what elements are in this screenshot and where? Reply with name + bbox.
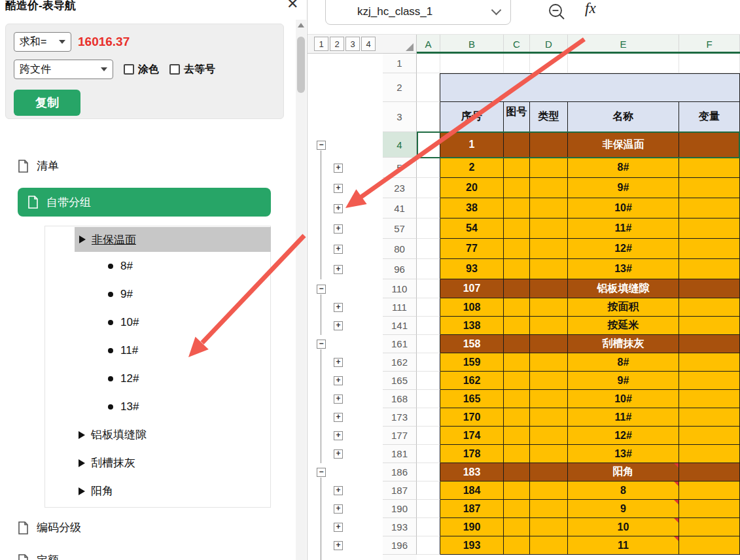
sheet-cell[interactable]: [417, 481, 440, 500]
tree-group-groove-plaster[interactable]: 刮槽抹灰: [45, 449, 270, 477]
cell-D4[interactable]: [530, 132, 568, 158]
cell-B161[interactable]: 158: [440, 335, 504, 353]
cell-C190[interactable]: [504, 500, 530, 518]
cell-F196[interactable]: [679, 536, 740, 555]
cell-E110[interactable]: 铝板填缝隙: [568, 279, 679, 298]
cell-B190[interactable]: 187: [440, 500, 504, 518]
cell-D186[interactable]: [530, 463, 568, 481]
outline-plus-button[interactable]: +: [334, 394, 343, 404]
outline-plus-button[interactable]: +: [334, 265, 343, 274]
cell-F161[interactable]: [679, 335, 740, 353]
row-header-80[interactable]: 80: [383, 239, 417, 259]
column-header-B[interactable]: B: [440, 35, 504, 53]
tree-group-aluminum-seam[interactable]: 铝板填缝隙: [45, 421, 270, 449]
close-icon[interactable]: ✕: [287, 0, 298, 12]
sheet-cell[interactable]: [417, 219, 440, 239]
cell-F181[interactable]: [679, 445, 740, 463]
outline-plus-button[interactable]: +: [334, 224, 343, 234]
cell-B111[interactable]: 108: [440, 298, 504, 317]
cell-F162[interactable]: [679, 353, 740, 372]
tree-group-noninsulated[interactable]: 非保温面: [75, 227, 271, 252]
cell-D41[interactable]: [530, 198, 568, 219]
cell-F186[interactable]: [679, 463, 740, 481]
row-header-196[interactable]: 196: [383, 536, 417, 555]
row-header-161[interactable]: 161: [383, 335, 417, 353]
row-header-168[interactable]: 168: [383, 390, 417, 408]
cell-F80[interactable]: [679, 239, 740, 259]
outline-plus-button[interactable]: +: [334, 303, 343, 312]
cell-E96[interactable]: 13#: [568, 259, 679, 279]
row-header-1[interactable]: 1: [383, 54, 417, 73]
name-box[interactable]: kzj_hc_class_1: [325, 0, 511, 25]
cell-E193[interactable]: 10: [568, 518, 679, 536]
cell-B110[interactable]: 107: [440, 279, 504, 298]
row-header-96[interactable]: 96: [383, 259, 417, 279]
outline-minus-button[interactable]: −: [317, 141, 326, 150]
cell-B165[interactable]: 162: [440, 372, 504, 390]
outline-plus-button[interactable]: +: [334, 164, 343, 173]
sheet-cell[interactable]: [417, 372, 440, 390]
cell-F110[interactable]: [679, 279, 740, 298]
sheet-cell[interactable]: [417, 500, 440, 518]
outline-plus-button[interactable]: +: [334, 431, 343, 440]
cell-B162[interactable]: 159: [440, 353, 504, 372]
sheet-cell[interactable]: [417, 353, 440, 372]
cell-E23[interactable]: 9#: [568, 178, 679, 198]
sheet-cell[interactable]: [417, 427, 440, 445]
cell-F173[interactable]: [679, 408, 740, 427]
row-header-110[interactable]: 110: [383, 279, 417, 298]
table-header-cell[interactable]: 类型: [530, 102, 568, 132]
cell-F23[interactable]: [679, 178, 740, 198]
cell-F177[interactable]: [679, 427, 740, 445]
cell-B173[interactable]: 170: [440, 408, 504, 427]
cell-D141[interactable]: [530, 317, 568, 335]
row-header-23[interactable]: 23: [383, 178, 417, 198]
cell-B168[interactable]: 165: [440, 390, 504, 408]
cell-E196[interactable]: 11: [568, 536, 679, 555]
cell-D162[interactable]: [530, 353, 568, 372]
row-header-177[interactable]: 177: [383, 427, 417, 445]
row-header-186[interactable]: 186: [383, 463, 417, 481]
outline-plus-button[interactable]: +: [334, 486, 343, 495]
sheet-cell[interactable]: [417, 198, 440, 219]
tree-leaf-8[interactable]: 8#: [45, 252, 270, 280]
cell-D181[interactable]: [530, 445, 568, 463]
column-header-E[interactable]: E: [568, 35, 679, 53]
cell-E41[interactable]: 10#: [568, 198, 679, 219]
cell-B80[interactable]: 77: [440, 239, 504, 259]
sheet-cell[interactable]: [417, 463, 440, 481]
cell-C141[interactable]: [504, 317, 530, 335]
sheet-cell[interactable]: [440, 54, 504, 73]
cell-C5[interactable]: [504, 158, 530, 178]
cell-B193[interactable]: 190: [440, 518, 504, 536]
sheet-cell[interactable]: [417, 239, 440, 259]
cell-D177[interactable]: [530, 427, 568, 445]
cell-E5[interactable]: 8#: [568, 158, 679, 178]
row-header-193[interactable]: 193: [383, 518, 417, 536]
row-header-165[interactable]: 165: [383, 372, 417, 390]
cell-E80[interactable]: 12#: [568, 239, 679, 259]
sheet-cell[interactable]: [417, 102, 440, 132]
cell-C41[interactable]: [504, 198, 530, 219]
cell-D190[interactable]: [530, 500, 568, 518]
sidebar-item-builtin-group[interactable]: 自带分组: [18, 188, 271, 217]
sheet-cell[interactable]: [417, 132, 440, 158]
sheet-cell[interactable]: [679, 54, 740, 73]
cell-C162[interactable]: [504, 353, 530, 372]
sidebar-item-list[interactable]: 清单: [18, 158, 59, 173]
cell-B5[interactable]: 2: [440, 158, 504, 178]
sheet-cell[interactable]: [568, 54, 679, 73]
outline-plus-button[interactable]: +: [334, 541, 343, 550]
scrollbar-thumb[interactable]: [297, 37, 305, 93]
cell-F141[interactable]: [679, 317, 740, 335]
cell-C96[interactable]: [504, 259, 530, 279]
cell-E161[interactable]: 刮槽抹灰: [568, 335, 679, 353]
cell-E141[interactable]: 按延米: [568, 317, 679, 335]
sheet-cell[interactable]: [417, 408, 440, 427]
row-header-3[interactable]: 3: [383, 102, 417, 132]
sheet-cell[interactable]: [417, 298, 440, 317]
cell-D57[interactable]: [530, 219, 568, 239]
tree-leaf-11[interactable]: 11#: [45, 336, 270, 364]
row-header-190[interactable]: 190: [383, 500, 417, 518]
cell-F187[interactable]: [679, 481, 740, 500]
